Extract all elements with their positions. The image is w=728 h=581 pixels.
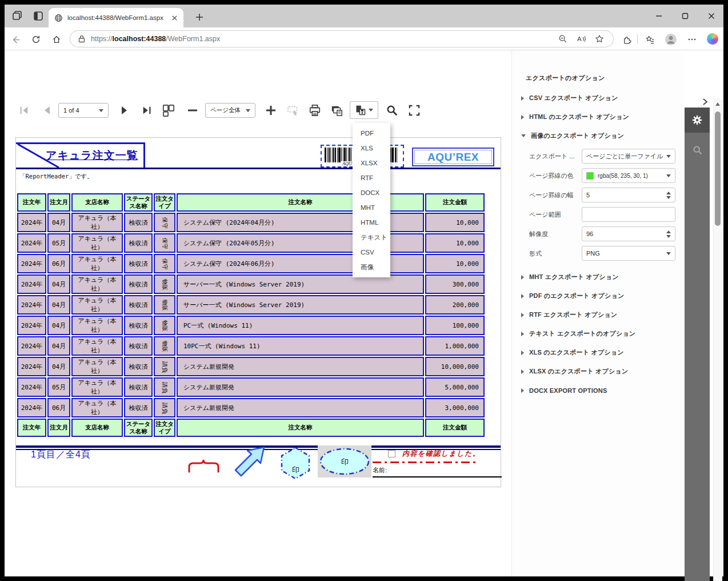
search-icon — [692, 145, 703, 156]
zoom-out-button[interactable] — [185, 102, 201, 118]
accordion-section[interactable]: XLS のエクスポート オプション — [512, 343, 685, 362]
order-year: 2024年 — [17, 377, 46, 397]
print-button[interactable] — [307, 102, 323, 118]
search-button[interactable] — [384, 102, 400, 118]
accordion-section[interactable]: XLSX のエクスポート オプション — [512, 362, 685, 381]
fullscreen-button[interactable] — [406, 102, 422, 118]
collapse-panel-icon[interactable] — [701, 97, 710, 106]
next-page-button[interactable] — [117, 102, 133, 118]
order-amount: 200,000 — [425, 295, 485, 315]
favorite-star-icon[interactable] — [594, 34, 605, 44]
status-name: 検収済 — [124, 398, 153, 417]
search-rail-button[interactable] — [685, 137, 710, 162]
accordion-section[interactable]: RTF エクスポート オプション — [512, 305, 685, 324]
page-number-select[interactable]: 1 of 4 — [58, 103, 109, 118]
order-name: サーバー一式 (Windows Server 2019) — [177, 295, 424, 315]
order-type: 請負 — [154, 377, 175, 397]
column-header: ステータス名称 — [124, 419, 153, 437]
zoom-in-button[interactable] — [263, 102, 279, 118]
export-menu-item[interactable]: 画像 — [353, 260, 390, 274]
spinner-icon[interactable] — [666, 230, 671, 238]
tab-list-icon[interactable] — [32, 10, 45, 22]
export-menu-item[interactable]: HTML — [353, 215, 390, 230]
zoom-indicator-icon[interactable] — [558, 34, 568, 44]
back-button[interactable] — [9, 33, 22, 46]
section-label: DOCX EXPORT OPTIONS — [529, 387, 607, 394]
export-menu-item[interactable]: XLS — [353, 141, 390, 156]
barcode-bar — [344, 148, 346, 162]
confirm-checkbox[interactable] — [388, 450, 395, 457]
export-menu-item[interactable]: テキスト — [353, 230, 390, 245]
status-name: 検収済 — [124, 274, 153, 294]
read-aloud-icon[interactable]: A — [576, 34, 586, 44]
accordion-section[interactable]: PDF のエクスポート オプション — [512, 286, 685, 305]
accordion-section[interactable]: テキスト エクスポートのオプション — [512, 324, 685, 343]
accordion-section[interactable]: HTML のエクスポート オプション — [512, 108, 685, 126]
field-label: 解像度 — [529, 230, 582, 238]
tab-close-icon[interactable] — [171, 15, 178, 21]
accordion-section[interactable]: DOCX EXPORT OPTIONS — [512, 381, 685, 400]
accordion-section[interactable]: CSV エクスポート オプション — [512, 89, 685, 108]
vertical-scrollbar[interactable] — [713, 98, 722, 581]
export-menu-item[interactable]: XLSX — [353, 156, 390, 170]
accordion-section[interactable]: MHT エクスポート オプション — [512, 268, 685, 286]
order-year: 2024年 — [17, 254, 46, 273]
spinner-icon[interactable] — [666, 192, 671, 199]
scroll-thumb[interactable] — [715, 112, 721, 226]
field-number-control[interactable]: 96 — [582, 226, 675, 241]
copilot-icon[interactable] — [706, 33, 719, 45]
minimize-button[interactable] — [650, 9, 667, 23]
field-select-control[interactable]: PNG — [582, 246, 675, 261]
barcode-bar — [325, 148, 326, 162]
export-menu-item[interactable]: RTF — [353, 170, 390, 185]
field-number-control[interactable]: 5 — [582, 188, 675, 202]
extensions-icon[interactable] — [621, 33, 633, 46]
continuous-view-button[interactable] — [161, 102, 177, 118]
export-menu-item[interactable]: MHT — [353, 200, 390, 215]
chevron-down-icon — [246, 109, 250, 112]
settings-rail-button[interactable] — [685, 108, 710, 133]
more-menu-icon[interactable] — [686, 33, 698, 46]
status-name: 検収済 — [124, 254, 153, 273]
workspaces-icon[interactable] — [11, 10, 24, 22]
export-menu-item[interactable]: DOCX — [353, 185, 390, 200]
branch-name: アキュラ（本社） — [71, 213, 123, 232]
new-tab-button[interactable] — [193, 11, 206, 23]
branch-name: アキュラ（本社） — [71, 336, 123, 356]
prev-page-button[interactable] — [39, 102, 55, 118]
collections-icon[interactable] — [643, 33, 656, 46]
table-row: 2024年04月アキュラ（本社）検収済保守システム保守 (2024年04月分)1… — [17, 213, 485, 232]
close-button[interactable] — [703, 9, 720, 23]
status-name: 検収済 — [124, 295, 153, 315]
chevron-down-icon — [369, 109, 373, 112]
print-page-setup-button[interactable] — [329, 102, 345, 118]
url-bar[interactable]: https://localhost:44388/WebForm1.aspx A — [70, 31, 613, 47]
tab-title: localhost:44388/WebForm1.aspx — [67, 14, 171, 21]
select-tool-button[interactable] — [285, 102, 301, 118]
export-button[interactable] — [350, 101, 378, 119]
profile-avatar[interactable] — [664, 33, 678, 46]
field-color-control[interactable]: rgba(58, 235, 30, 1) — [582, 168, 675, 183]
report-page: アキュラ注文一覧 AQU’REX AQU’REX 「ReportHeader」で… — [15, 137, 501, 487]
table-row: 2024年06月アキュラ（本社）検収済請負システム新規開発3,000,000 — [17, 398, 485, 417]
column-header: 注文タイプ — [154, 193, 175, 212]
accordion-section[interactable]: 画像のエクスポート オプション — [512, 126, 685, 145]
zoom-select[interactable]: ページ全体 — [205, 103, 255, 118]
export-menu-item[interactable]: CSV — [353, 245, 390, 260]
maximize-button[interactable] — [677, 9, 694, 23]
field-select-control[interactable]: ページごとに単一ファイル — [582, 149, 675, 164]
refresh-button[interactable] — [30, 33, 42, 46]
column-header: 支店名称 — [71, 193, 123, 212]
last-page-button[interactable] — [139, 102, 155, 118]
name-label: 名前: — [373, 466, 387, 475]
order-month: 04月 — [47, 336, 70, 356]
order-amount: 3,000,000 — [425, 398, 485, 417]
collapse-icon — [521, 134, 526, 137]
scroll-up-icon[interactable] — [715, 102, 720, 106]
export-menu-item[interactable]: PDF — [353, 126, 390, 141]
export-icon — [355, 105, 366, 116]
field-text-control[interactable] — [582, 207, 675, 222]
browser-tab[interactable]: localhost:44388/WebForm1.aspx — [49, 8, 183, 27]
first-page-button[interactable] — [16, 102, 32, 118]
home-button[interactable] — [50, 33, 63, 46]
